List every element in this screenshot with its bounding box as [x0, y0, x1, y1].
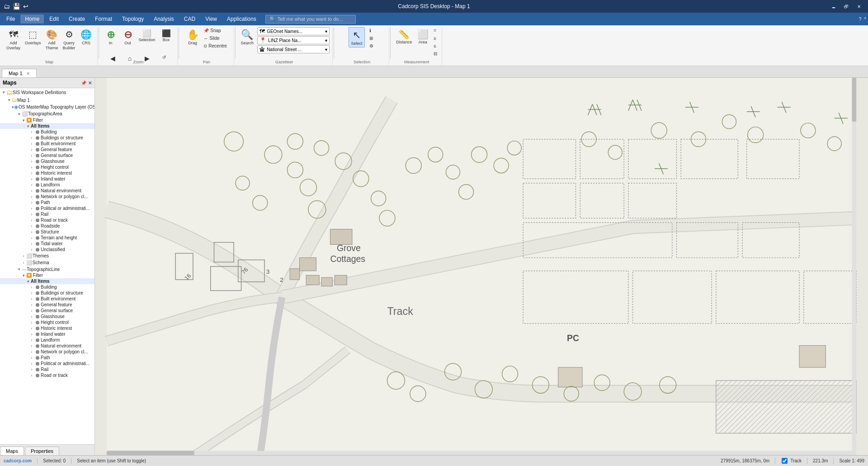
slide-button[interactable]: ↔ Slide: [202, 35, 229, 42]
tree-political-2[interactable]: › Political or administrati...: [0, 361, 94, 366]
zoom-selection-button[interactable]: ⬜ Selection: [137, 27, 157, 43]
query-builder-button[interactable]: ⚙ QueryBuilder: [61, 27, 77, 52]
overlays-button[interactable]: ⬚ Overlays: [23, 27, 43, 47]
select-more-button[interactable]: ⊞: [368, 35, 375, 42]
tree-structure-1[interactable]: › Structure: [0, 229, 94, 235]
tree-sis-workspace[interactable]: ▾ 🗂 SIS Workspace Definitions: [0, 88, 94, 96]
tree-building-1[interactable]: › Building: [0, 129, 94, 135]
tree-political-1[interactable]: › Political or administrati...: [0, 205, 94, 211]
drag-button[interactable]: ✋ Drag: [184, 27, 201, 47]
track-toggle[interactable]: [782, 458, 788, 464]
tree-road-track-1[interactable]: › Road or track: [0, 217, 94, 223]
measure-gt-button[interactable]: ≥: [432, 35, 439, 42]
zoom-out-button[interactable]: ⊖ Out: [120, 27, 136, 47]
tree-glasshouse-2[interactable]: › Glasshouse: [0, 314, 94, 319]
sidebar-close-button[interactable]: ✕: [88, 81, 92, 86]
menu-file[interactable]: File: [2, 14, 19, 24]
select-info-button[interactable]: ℹ: [368, 27, 375, 34]
minimize-button[interactable]: 🗕: [828, 2, 839, 10]
tree-os-mastermap[interactable]: ▾ ◉ OS MasterMap Topography Layer (OS I.…: [0, 104, 94, 110]
distance-button[interactable]: 📏 Distance: [394, 27, 414, 46]
national-street-dropdown[interactable]: 🛣 National Street ... ▾: [257, 45, 330, 53]
menu-create[interactable]: Create: [64, 14, 90, 24]
tree-general-feature-2[interactable]: › General feature: [0, 302, 94, 308]
zoom-box-button[interactable]: ⬛ Box: [158, 27, 175, 43]
menu-applications[interactable]: Applications: [222, 14, 261, 24]
tree-network-polygon-1[interactable]: › Network or polygon cl...: [0, 194, 94, 200]
tree-themes-1[interactable]: › ⬜ Themes: [0, 252, 94, 259]
tree-buildings-structure-2[interactable]: › Buildings or structure: [0, 290, 94, 296]
properties-tab[interactable]: Properties: [25, 447, 59, 455]
tree-rail-1[interactable]: › Rail: [0, 211, 94, 217]
tree-all-items-2[interactable]: ▾ All Items: [0, 278, 94, 284]
tree-general-surface-1[interactable]: › General surface: [0, 152, 94, 158]
tree-path-2[interactable]: › Path: [0, 355, 94, 361]
tree-landform-2[interactable]: › Landform: [0, 337, 94, 343]
measure-options-button[interactable]: ⊟: [432, 50, 439, 57]
menu-topology[interactable]: Topology: [118, 14, 148, 24]
tree-path-1[interactable]: › Path: [0, 200, 94, 205]
tree-filter2[interactable]: ▾ 🔽 Filter: [0, 272, 94, 278]
add-overlay-button[interactable]: 🗺 AddOverlay: [5, 27, 22, 52]
tree-general-surface-2[interactable]: › General surface: [0, 308, 94, 314]
select-button[interactable]: ↖ Select: [349, 27, 365, 48]
add-theme-button[interactable]: 🎨 AddTheme: [44, 27, 60, 52]
tree-natural-env-2[interactable]: › Natural environment: [0, 343, 94, 349]
recentre-button[interactable]: ⊙ Recentre: [202, 43, 229, 49]
tree-general-feature-1[interactable]: › General feature: [0, 147, 94, 152]
search-gazetteer-button[interactable]: 🔍 Search: [239, 27, 256, 60]
zoom-in-button[interactable]: ⊕ In: [103, 27, 119, 47]
maximize-button[interactable]: 🗗: [841, 2, 852, 10]
menu-format[interactable]: Format: [90, 14, 117, 24]
map1-close-button[interactable]: ✕: [26, 71, 30, 76]
tree-height-control-2[interactable]: › Height control: [0, 319, 94, 325]
tree-terrain-height-1[interactable]: › Terrain and height: [0, 235, 94, 241]
tree-natural-env-1[interactable]: › Natural environment: [0, 188, 94, 194]
tree-inland-water-2[interactable]: › Inland water: [0, 331, 94, 337]
tree-built-env-2[interactable]: › Built environment: [0, 296, 94, 302]
tree-roadside-1[interactable]: › Roadside: [0, 223, 94, 229]
tree-built-environment-1[interactable]: › Built environment: [0, 141, 94, 147]
tree-glasshouse-1[interactable]: › Glasshouse: [0, 158, 94, 164]
tree-building-2[interactable]: › Building: [0, 284, 94, 290]
tree-historic-interest-1[interactable]: › Historic interest: [0, 170, 94, 176]
tree-buildings-structure-1[interactable]: › Buildings or structure: [0, 135, 94, 141]
tree-network-polygon-2[interactable]: › Network or polygon cl...: [0, 349, 94, 355]
help-icon[interactable]: ?: [859, 17, 862, 22]
tree-inland-water-1[interactable]: › Inland water: [0, 176, 94, 182]
tree-filter1[interactable]: ▾ 🔽 Filter: [0, 117, 94, 123]
menu-cad[interactable]: CAD: [179, 14, 200, 24]
tree-landform-1[interactable]: › Landform: [0, 182, 94, 188]
area-button[interactable]: ⬜ Area: [415, 27, 431, 46]
tree-historic-interest-2[interactable]: › Historic interest: [0, 325, 94, 331]
maps-tab[interactable]: Maps: [0, 447, 24, 455]
menu-edit[interactable]: Edit: [45, 14, 63, 24]
tree-height-control-1[interactable]: › Height control: [0, 164, 94, 170]
tree-map1[interactable]: ▾ 🗂 Map 1: [0, 96, 94, 104]
tree-road-track-2[interactable]: › Road or track: [0, 372, 94, 378]
tree-topographic-area[interactable]: ▾ ⬜ TopographicArea: [0, 110, 94, 117]
tree-topographic-line[interactable]: ▾ — TopographicLine: [0, 266, 94, 272]
select-options-button[interactable]: ⚙: [368, 43, 375, 49]
menu-analysis[interactable]: Analysis: [149, 14, 179, 24]
tree-schema-1[interactable]: › ⬜ Schema: [0, 259, 94, 266]
tree-unclassified-1[interactable]: › Unclassified: [0, 247, 94, 252]
measure-lt-button[interactable]: ≤: [432, 43, 439, 49]
ribbon-collapse[interactable]: ^: [864, 17, 866, 22]
map-viewport[interactable]: 76 16 3 2: [95, 78, 868, 455]
track-checkbox[interactable]: Track: [781, 458, 802, 464]
tree-rail-2[interactable]: › Rail: [0, 366, 94, 372]
window-controls[interactable]: 🗕 🗗 ✕: [828, 2, 864, 10]
close-button[interactable]: ✕: [854, 2, 864, 10]
linz-place-dropdown[interactable]: 📍 LINZ Place Na... ▾: [257, 36, 330, 44]
geonet-names-dropdown[interactable]: 🗺 GEOnet Names... ▾: [257, 27, 330, 35]
crs-button[interactable]: 🌐 CRS: [78, 27, 94, 47]
menu-view[interactable]: View: [201, 14, 222, 24]
sidebar-pin-button[interactable]: 📌: [81, 81, 86, 86]
tree-all-items-1[interactable]: ▾ All Items: [0, 123, 94, 129]
tell-me-search[interactable]: 🔍 Tell me what you want to do...: [265, 15, 356, 24]
menu-home[interactable]: Home: [20, 14, 44, 24]
map1-tab[interactable]: Map 1 ✕: [2, 69, 37, 77]
snap-button[interactable]: 📌 Snap: [202, 27, 229, 34]
tree-tidal-water-1[interactable]: › Tidal water: [0, 241, 94, 247]
